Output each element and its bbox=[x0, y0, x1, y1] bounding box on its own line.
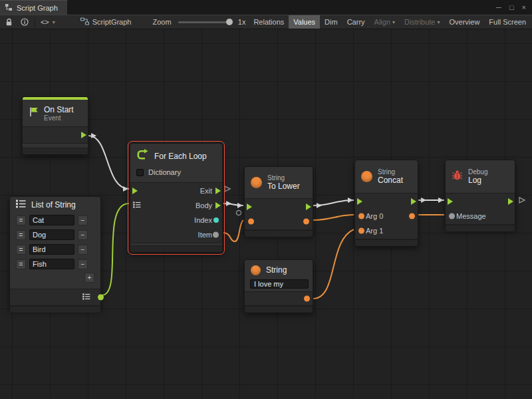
node-debug-log[interactable]: Debug Log Message bbox=[445, 160, 515, 229]
dictionary-checkbox[interactable] bbox=[136, 169, 144, 176]
node-footer bbox=[446, 225, 515, 231]
align-button[interactable]: Align▾ bbox=[370, 15, 400, 29]
node-for-each-loop[interactable]: For Each Loop Dictionary Exit Body In bbox=[130, 143, 223, 253]
node-string-concat[interactable]: String Concat Arg 0 Arg 1 bbox=[354, 160, 418, 246]
node-list-of-string[interactable]: List of String = − = − = − = − bbox=[9, 196, 101, 309]
bug-icon bbox=[452, 170, 463, 184]
node-header: List of String bbox=[10, 197, 100, 213]
node-kind: String bbox=[378, 168, 403, 176]
overview-button[interactable]: Overview bbox=[445, 15, 485, 29]
string-out-port[interactable] bbox=[303, 219, 309, 225]
code-view-button[interactable]: <> ▾ bbox=[37, 18, 59, 26]
port-label: Message bbox=[456, 212, 486, 220]
node-title: For Each Loop bbox=[154, 152, 207, 161]
node-header: On Start Event bbox=[23, 100, 88, 126]
relations-button[interactable]: Relations bbox=[249, 15, 289, 29]
string-in-port[interactable] bbox=[248, 219, 254, 225]
string-type-icon bbox=[251, 177, 262, 188]
list-item: = − bbox=[10, 213, 100, 227]
flag-icon bbox=[29, 106, 39, 120]
values-button[interactable]: Values bbox=[289, 15, 320, 29]
code-icon: <> bbox=[41, 18, 49, 26]
node-string-literal[interactable]: String bbox=[244, 259, 313, 313]
arg0-in-port[interactable] bbox=[358, 213, 364, 219]
string-value-input[interactable] bbox=[250, 279, 309, 289]
flow-out-port[interactable] bbox=[81, 132, 86, 138]
result-out-port[interactable] bbox=[409, 213, 415, 219]
node-footer bbox=[245, 230, 313, 237]
port-row-message: Message bbox=[446, 209, 515, 223]
list-in-port[interactable] bbox=[133, 201, 141, 209]
remove-item-button[interactable]: − bbox=[78, 230, 88, 240]
list-item-input[interactable] bbox=[29, 215, 74, 225]
list-item: = − bbox=[10, 257, 100, 271]
window-titlebar: Script Graph ─ □ × bbox=[0, 0, 532, 15]
maximize-button[interactable]: □ bbox=[509, 3, 514, 11]
zoom-slider-handle[interactable] bbox=[226, 19, 233, 25]
string-type-icon bbox=[251, 265, 261, 275]
chevron-down-icon: ▾ bbox=[438, 19, 440, 25]
flow-in-port[interactable] bbox=[247, 203, 252, 210]
remove-item-button[interactable]: − bbox=[78, 259, 88, 269]
exit-flow-out-port[interactable] bbox=[215, 188, 221, 194]
chevron-down-icon: ▾ bbox=[392, 19, 395, 25]
add-item-button[interactable]: + bbox=[84, 273, 94, 283]
list-item: = − bbox=[10, 227, 100, 242]
string-out-port[interactable] bbox=[304, 296, 310, 302]
zoom-value: 1x bbox=[235, 18, 249, 26]
drag-handle[interactable]: = bbox=[16, 230, 26, 240]
dim-button[interactable]: Dim bbox=[320, 15, 342, 29]
remove-item-button[interactable]: − bbox=[78, 215, 88, 225]
list-item-input[interactable] bbox=[29, 259, 74, 269]
flow-out-port[interactable] bbox=[306, 203, 311, 210]
flow-out-port[interactable] bbox=[508, 198, 513, 205]
graph-asset[interactable]: ScriptGraph bbox=[77, 17, 135, 27]
minimize-button[interactable]: ─ bbox=[496, 3, 501, 11]
node-on-start[interactable]: On Start Event bbox=[22, 96, 88, 155]
item-out-port[interactable] bbox=[213, 232, 219, 238]
carry-button[interactable]: Carry bbox=[342, 15, 370, 29]
flow-out-port[interactable] bbox=[411, 198, 416, 205]
drag-handle[interactable]: = bbox=[16, 245, 26, 255]
port-label: Index bbox=[194, 216, 212, 224]
node-title: String bbox=[266, 265, 287, 275]
port-row-body: Body bbox=[130, 198, 222, 213]
toolbar-separator bbox=[35, 18, 35, 27]
port-row-flow bbox=[245, 200, 313, 214]
node-string-to-lower[interactable]: String To Lower bbox=[244, 166, 313, 235]
info-icon[interactable] bbox=[17, 15, 33, 29]
lock-icon[interactable] bbox=[1, 15, 17, 29]
zoom-label: Zoom bbox=[149, 18, 174, 26]
list-items: = − = − = − = − + bbox=[10, 213, 100, 283]
tab-title: Script Graph bbox=[17, 4, 58, 12]
port-label: Arg 0 bbox=[366, 212, 383, 220]
list-item-input[interactable] bbox=[29, 229, 74, 240]
remove-item-button[interactable]: − bbox=[78, 245, 88, 255]
node-kind: Debug bbox=[468, 168, 487, 176]
flow-in-port[interactable] bbox=[357, 198, 362, 205]
drag-handle[interactable]: = bbox=[16, 215, 26, 225]
message-in-port[interactable] bbox=[449, 213, 455, 219]
graph-canvas[interactable]: On Start Event List of String = − bbox=[0, 29, 532, 399]
arg1-in-port[interactable] bbox=[358, 228, 364, 234]
list-item-input[interactable] bbox=[29, 244, 74, 255]
port-row-index: Index bbox=[130, 213, 222, 227]
script-graph-icon bbox=[80, 17, 89, 27]
close-button[interactable]: × bbox=[522, 3, 526, 11]
zoom-slider[interactable] bbox=[178, 21, 231, 23]
index-out-port[interactable] bbox=[213, 217, 219, 223]
full-screen-button[interactable]: Full Screen bbox=[484, 15, 531, 29]
port-row-arg0: Arg 0 bbox=[355, 209, 418, 223]
drag-handle[interactable]: = bbox=[16, 259, 26, 269]
node-title: Log bbox=[468, 176, 487, 185]
string-type-icon bbox=[361, 171, 372, 182]
tab-script-graph[interactable]: Script Graph bbox=[0, 0, 67, 15]
node-footer bbox=[245, 306, 313, 313]
list-out-port[interactable] bbox=[98, 295, 104, 301]
flow-in-port[interactable] bbox=[132, 188, 138, 194]
node-footer bbox=[23, 148, 88, 154]
node-header: Debug Log bbox=[446, 160, 515, 193]
distribute-button[interactable]: Distribute▾ bbox=[400, 15, 444, 29]
body-flow-out-port[interactable] bbox=[215, 202, 221, 209]
flow-in-port[interactable] bbox=[448, 198, 453, 205]
